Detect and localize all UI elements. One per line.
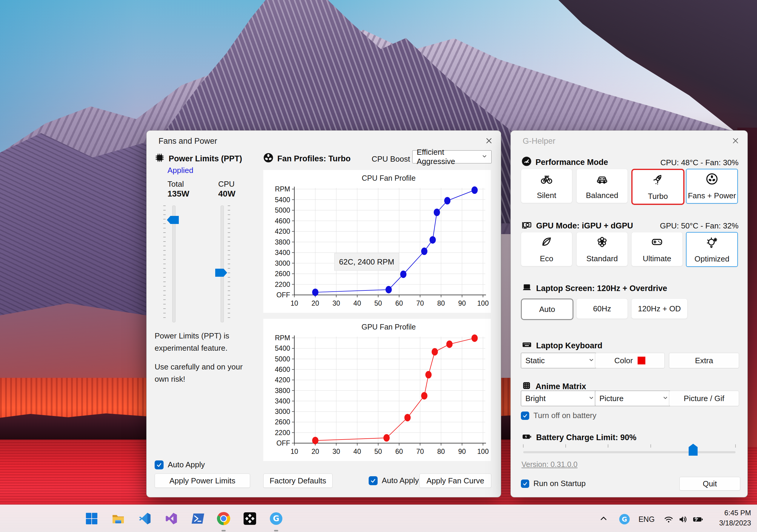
battery-charging-icon[interactable] xyxy=(691,513,705,525)
svg-text:OFF: OFF xyxy=(276,291,290,299)
windows-start-icon[interactable] xyxy=(82,509,101,528)
tray-g-helper-icon[interactable]: G xyxy=(618,513,631,526)
cpu-boost-label: CPU Boost xyxy=(372,154,410,164)
gpu-button-ultimate[interactable]: Ultimate xyxy=(631,232,683,266)
apply-fan-curve-button[interactable]: Apply Fan Curve xyxy=(419,474,491,488)
running-indicator xyxy=(222,530,226,531)
matrix-content-dropdown[interactable]: Picture xyxy=(595,391,673,406)
svg-text:2600: 2600 xyxy=(275,270,290,278)
factory-defaults-button[interactable]: Factory Defaults xyxy=(263,474,333,488)
run-on-startup-label: Run on Startup xyxy=(533,479,586,488)
bicycle-icon xyxy=(540,172,553,187)
mode-label: Silent xyxy=(537,191,556,200)
gpu-button-standard[interactable]: Standard xyxy=(576,232,628,266)
mode-button-fans-power[interactable]: Fans + Power xyxy=(686,169,738,204)
file-explorer-icon[interactable] xyxy=(109,509,128,528)
vscode-icon[interactable] xyxy=(135,509,154,528)
desktop: Fans and Power Power Limits (PPT) Applie… xyxy=(0,0,757,532)
screen-button-auto-selected[interactable]: Auto xyxy=(521,298,573,320)
tidal-icon[interactable] xyxy=(240,509,259,528)
svg-text:4200: 4200 xyxy=(275,228,290,235)
cpu-fan-curve-chart[interactable]: CPU Fan ProfileRPM5400500046004200380034… xyxy=(263,170,491,313)
version-link[interactable]: Version: 0.31.0.0 xyxy=(522,460,578,469)
run-on-startup-row: Run on Startup xyxy=(521,479,586,488)
close-icon[interactable] xyxy=(484,135,494,146)
g-helper-taskbar-icon[interactable]: G xyxy=(266,509,286,528)
gpu-card-icon xyxy=(522,219,532,232)
matrix-picture-gif-button[interactable]: Picture / Gif xyxy=(669,391,739,406)
svg-text:70: 70 xyxy=(416,448,424,455)
mode-button-balanced[interactable]: Balanced xyxy=(576,169,628,203)
tray-language[interactable]: ENG xyxy=(637,514,656,524)
power-auto-apply-label: Auto Apply xyxy=(168,460,205,469)
keyboard-mode-value: Static xyxy=(525,356,545,365)
cpu-power-slider-track[interactable] xyxy=(221,206,224,322)
svg-text:20: 20 xyxy=(311,448,319,455)
svg-text:CPU Fan Profile: CPU Fan Profile xyxy=(362,174,416,182)
fan-auto-apply-checkbox[interactable] xyxy=(369,476,378,485)
g-helper-window: G-Helper Performance Mode CPU: 48°C - Fa… xyxy=(510,130,748,497)
keyboard-color-button[interactable]: Color xyxy=(595,353,665,368)
cpu-power-slider-thumb[interactable] xyxy=(215,269,227,277)
total-power-slider-thumb[interactable] xyxy=(167,216,179,224)
run-on-startup-checkbox[interactable] xyxy=(521,480,529,488)
flower-icon xyxy=(595,235,609,250)
fan-profiles-header: Fan Profiles: Turbo xyxy=(263,153,351,165)
window-title: Fans and Power xyxy=(159,137,217,146)
window-title: G-Helper xyxy=(523,137,556,146)
gpu-button-optimized-selected[interactable]: Optimized xyxy=(686,232,738,267)
tray-chevron-up-icon[interactable] xyxy=(598,513,610,524)
svg-text:4600: 4600 xyxy=(275,366,290,373)
gpu-button-eco[interactable]: Eco xyxy=(521,232,572,266)
fan-profiles-title: Fan Profiles: Turbo xyxy=(277,154,351,163)
mode-button-turbo-selected[interactable]: Turbo xyxy=(631,169,684,205)
fan-auto-apply-label: Auto Apply xyxy=(382,476,419,485)
tray-clock[interactable]: 6:45 PM 3/18/2023 xyxy=(719,508,751,528)
powershell-icon[interactable] xyxy=(188,509,207,528)
battery-charge-slider-track[interactable] xyxy=(523,451,736,453)
chevron-down-icon xyxy=(588,356,594,365)
svg-text:5400: 5400 xyxy=(275,196,290,204)
taskbar: G G ENG 6:45 PM 3/18/2023 xyxy=(0,505,757,532)
close-icon[interactable] xyxy=(730,135,741,146)
svg-text:5000: 5000 xyxy=(275,206,290,214)
keyboard-mode-dropdown[interactable]: Static xyxy=(521,353,598,368)
gpu-fan-curve-chart[interactable]: GPU Fan ProfileRPM5400500046004200380034… xyxy=(263,319,491,461)
quit-button[interactable]: Quit xyxy=(680,477,740,490)
cpu-chip-icon xyxy=(155,153,165,165)
svg-text:50: 50 xyxy=(374,299,382,307)
svg-text:20: 20 xyxy=(311,299,319,307)
turn-off-on-battery-checkbox[interactable] xyxy=(521,411,529,420)
svg-text:60: 60 xyxy=(395,299,403,307)
apply-power-limits-button[interactable]: Apply Power Limits xyxy=(155,474,250,488)
mode-button-silent[interactable]: Silent xyxy=(521,169,572,203)
svg-text:90: 90 xyxy=(458,448,466,455)
keyboard-extra-button[interactable]: Extra xyxy=(669,353,739,368)
wifi-icon[interactable] xyxy=(662,513,675,525)
chrome-icon[interactable] xyxy=(214,509,233,528)
volume-icon[interactable] xyxy=(677,513,689,525)
battery-slider-ticks xyxy=(523,444,736,448)
screen-button-120hz-od[interactable]: 120Hz + OD xyxy=(631,298,687,319)
applied-link[interactable]: Applied xyxy=(167,166,194,175)
laptop-keyboard-header: Laptop Keyboard xyxy=(522,339,602,352)
svg-text:60: 60 xyxy=(395,448,403,455)
cpu-value: 40W xyxy=(218,189,235,199)
svg-text:100: 100 xyxy=(477,448,489,455)
laptop-keyboard-title: Laptop Keyboard xyxy=(536,341,602,350)
power-auto-apply-checkbox[interactable] xyxy=(155,461,164,469)
rocket-icon xyxy=(651,173,664,188)
screen-button-60hz[interactable]: 60Hz xyxy=(576,298,628,319)
chevron-down-icon xyxy=(481,153,488,162)
cpu-boost-dropdown[interactable]: Efficient Aggressive xyxy=(412,150,492,163)
power-limits-header: Power Limits (PPT) xyxy=(155,153,242,165)
visual-studio-icon[interactable] xyxy=(162,509,181,528)
svg-text:3800: 3800 xyxy=(275,238,290,246)
chevron-down-icon xyxy=(662,394,669,403)
matrix-brightness-dropdown[interactable]: Bright xyxy=(521,391,598,406)
total-value: 135W xyxy=(167,189,189,199)
mode-label: Optimized xyxy=(694,254,729,264)
svg-text:50: 50 xyxy=(374,448,382,455)
leaf-icon xyxy=(540,235,553,250)
cpu-temp-fan-status: CPU: 48°C - Fan: 30% xyxy=(660,158,739,167)
